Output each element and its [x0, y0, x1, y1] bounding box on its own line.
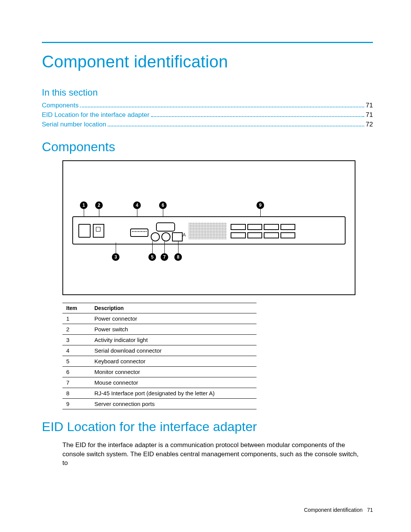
desc-cell: RJ-45 Interface port (designated by the … — [94, 388, 256, 398]
callout-marker: 2 — [95, 201, 103, 209]
toc: Components 71 EID Location for the inter… — [42, 101, 373, 129]
table-header: Item — [62, 303, 94, 313]
component-figure: 1 2 4 6 9 A — [62, 160, 355, 295]
desc-cell: Serial download connector — [94, 345, 256, 356]
toc-leader — [151, 110, 365, 117]
callout-marker: 4 — [133, 201, 141, 209]
table-row: 3Activity indicator light — [62, 334, 256, 345]
eid-paragraph: The EID for the interface adapter is a c… — [62, 441, 359, 468]
monitor-connector-icon — [156, 222, 175, 232]
toc-row[interactable]: Components 71 — [42, 101, 373, 110]
toc-page: 71 — [366, 110, 373, 120]
item-cell: 3 — [62, 334, 94, 345]
components-heading: Components — [42, 139, 373, 154]
mouse-connector-icon — [161, 232, 170, 241]
callout-marker: 9 — [256, 201, 264, 209]
in-this-section-heading: In this section — [42, 87, 373, 98]
callout-lead — [164, 241, 165, 253]
callout-marker: 7 — [161, 253, 168, 261]
footer-page: 71 — [367, 507, 373, 513]
server-ports-icon — [231, 224, 295, 238]
table-row: 1Power connector — [62, 313, 256, 324]
item-cell: 4 — [62, 345, 94, 356]
ventilation-icon — [189, 222, 227, 239]
desc-cell: Monitor connector — [94, 366, 256, 377]
toc-page: 71 — [366, 101, 373, 110]
callout-marker: 8 — [174, 253, 182, 261]
footer-label: Component identification — [304, 507, 363, 513]
keyboard-connector-icon — [151, 232, 160, 241]
toc-row[interactable]: Serial number location 72 — [42, 120, 373, 129]
item-cell: 6 — [62, 366, 94, 377]
table-row: 8RJ-45 Interface port (designated by the… — [62, 388, 256, 398]
item-cell: 2 — [62, 324, 94, 334]
toc-label: EID Location for the interface adapter — [42, 110, 150, 120]
top-rule — [42, 42, 373, 43]
table-header: Description — [94, 303, 256, 313]
table-header-row: Item Description — [62, 303, 256, 313]
desc-cell: Keyboard connector — [94, 356, 256, 366]
desc-cell: Activity indicator light — [94, 334, 256, 345]
toc-row[interactable]: EID Location for the interface adapter 7… — [42, 110, 373, 120]
chassis: A — [72, 216, 346, 244]
serial-connector-icon — [130, 228, 148, 237]
desc-cell: Mouse connector — [94, 377, 256, 388]
eid-heading: EID Location for the interface adapter — [42, 419, 373, 434]
callout-lead — [116, 243, 116, 253]
callout-lead — [178, 241, 178, 253]
table-row: 2Power switch — [62, 324, 256, 334]
table-row: 7Mouse connector — [62, 377, 256, 388]
callout-marker: 1 — [80, 201, 88, 209]
toc-page: 72 — [366, 120, 373, 129]
toc-label: Components — [42, 101, 78, 110]
page-footer: Component identification 71 — [304, 507, 373, 513]
table-row: 5Keyboard connector — [62, 356, 256, 366]
power-switch-icon — [93, 224, 104, 238]
desc-cell: Power connector — [94, 313, 256, 324]
callout-marker: 5 — [148, 253, 156, 261]
components-table: Item Description 1Power connector 2Power… — [62, 303, 256, 409]
item-cell: 7 — [62, 377, 94, 388]
callout-lead — [152, 241, 153, 253]
port-letter-label: A — [183, 232, 186, 238]
toc-leader — [108, 120, 364, 126]
document-page: Component identification In this section… — [0, 0, 411, 532]
desc-cell: Power switch — [94, 324, 256, 334]
callout-marker: 6 — [159, 201, 167, 209]
rj45-port-icon — [172, 232, 183, 241]
table-row: 4Serial download connector — [62, 345, 256, 356]
page-title: Component identification — [42, 52, 373, 71]
table-row: 9Server connection ports — [62, 398, 256, 409]
item-cell: 9 — [62, 398, 94, 409]
table-row: 6Monitor connector — [62, 366, 256, 377]
item-cell: 8 — [62, 388, 94, 398]
callout-marker: 3 — [112, 253, 119, 261]
figure-wrap: 1 2 4 6 9 A — [62, 160, 355, 409]
toc-label: Serial number location — [42, 120, 106, 129]
item-cell: 1 — [62, 313, 94, 324]
toc-leader — [80, 101, 364, 107]
desc-cell: Server connection ports — [94, 398, 256, 409]
item-cell: 5 — [62, 356, 94, 366]
power-connector-icon — [78, 224, 91, 238]
